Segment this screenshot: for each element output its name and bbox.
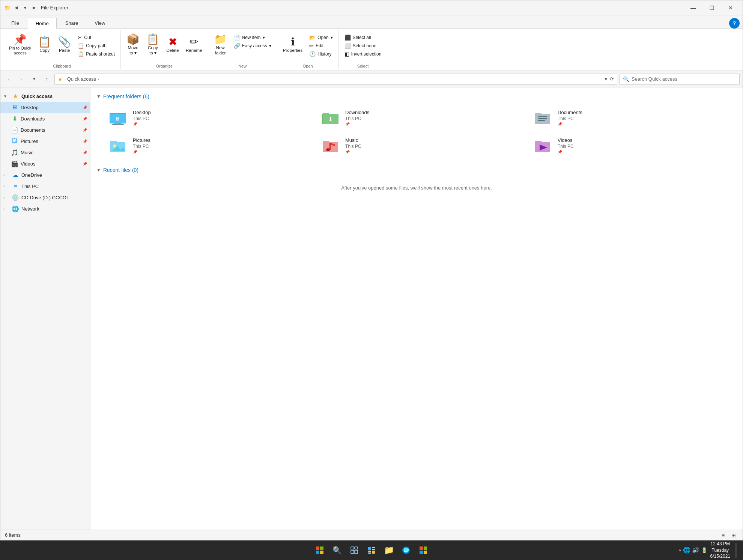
file-explorer-taskbar-button[interactable]: 📁 [382, 543, 396, 557]
address-chevron-1: › [64, 77, 66, 81]
select-all-button[interactable]: ⬛ Select all [342, 33, 384, 42]
tab-file[interactable]: File [3, 17, 27, 29]
tab-view[interactable]: View [87, 17, 113, 29]
sidebar-item-onedrive[interactable]: › ☁ OneDrive [0, 169, 90, 181]
refresh-button[interactable]: ⟳ [610, 76, 614, 82]
cd-expand-icon: › [3, 196, 9, 200]
large-icons-view-button[interactable]: ⊞ [729, 531, 738, 540]
task-view-button[interactable] [347, 543, 361, 557]
tray-battery-icon[interactable]: 🔋 [701, 547, 707, 553]
folder-item-downloads[interactable]: ⬇ Downloads This PC 📌 [315, 105, 524, 130]
recent-files-header[interactable]: ▼ Recent files (0) [90, 164, 743, 176]
search-taskbar-button[interactable]: 🔍 [330, 543, 344, 557]
copy-to-button[interactable]: 📋 Copyto ▾ [144, 32, 162, 58]
easy-access-button[interactable]: 🔗 Easy access ▾ [231, 42, 274, 50]
downloads-pin-icon: 📌 [83, 117, 87, 121]
tray-network-icon[interactable]: 🌐 [683, 546, 690, 554]
history-button[interactable]: 🕐 History [307, 50, 335, 58]
properties-button[interactable]: ℹ Properties [280, 32, 305, 58]
tray-chevron[interactable]: ∧ [678, 548, 681, 552]
folder-item-pictures[interactable]: Pictures This PC 📌 [102, 133, 312, 158]
rename-button[interactable]: ✏ Rename [183, 32, 205, 58]
sidebar-item-desktop[interactable]: 🖥 Desktop 📌 [0, 102, 90, 113]
store-taskbar-button[interactable] [417, 543, 430, 557]
tab-share[interactable]: Share [57, 17, 86, 29]
desktop-icon: 🖥 [11, 104, 18, 111]
svg-rect-18 [320, 551, 323, 554]
downloads-folder-pin: 📌 [345, 122, 369, 126]
this-pc-icon: 🖥 [12, 183, 19, 190]
paste-shortcut-button[interactable]: 📋 Paste shortcut [75, 50, 117, 58]
pictures-folder-icon [107, 137, 128, 155]
back-button[interactable]: ‹ [3, 74, 14, 84]
copy-path-button[interactable]: 📋 Copy path [75, 42, 117, 50]
desktop-folder-icon: 🖥 [107, 109, 128, 127]
status-bar: 6 items ≡ ⊞ [0, 530, 743, 540]
folder-item-documents[interactable]: Documents This PC 📌 [527, 105, 737, 130]
tray-speaker-icon[interactable]: 🔊 [692, 546, 699, 554]
sidebar-item-videos[interactable]: 🎬 Videos 📌 [0, 158, 90, 169]
new-item-button[interactable]: 📄 New item ▾ [231, 33, 274, 42]
forward-button[interactable]: › [16, 74, 27, 84]
pin-to-quick-access-button[interactable]: 📌 Pin to Quickaccess [6, 32, 34, 58]
open-button[interactable]: 📂 Open ▾ [307, 33, 335, 42]
tab-home[interactable]: Home [28, 18, 57, 29]
svg-rect-23 [368, 547, 371, 550]
open-icon: 📂 [309, 35, 316, 41]
clock-date2: 6/15/2021 [710, 553, 730, 560]
up-button[interactable]: ↑ [42, 74, 52, 84]
search-input[interactable] [632, 76, 736, 82]
sidebar-item-this-pc[interactable]: › 🖥 This PC [0, 181, 90, 192]
address-dropdown-button[interactable]: ▼ [603, 76, 608, 82]
sidebar-item-quick-access[interactable]: ▼ ★ Quick access [0, 90, 90, 102]
frequent-folders-header[interactable]: ▼ Frequent folders (6) [90, 90, 743, 102]
sidebar-item-cd-drive[interactable]: › 💿 CD Drive (D:) CCCOI [0, 192, 90, 203]
organize-group-content: 📦 Moveto ▾ 📋 Copyto ▾ ✖ Delete ✏ Rename [124, 30, 205, 64]
cut-button[interactable]: ✂ Cut [75, 33, 117, 42]
sidebar-item-music[interactable]: 🎵 Music 📌 [0, 147, 90, 158]
select-group-content: ⬛ Select all ⬜ Select none ◧ Invert sele… [342, 30, 384, 64]
desktop-folder-pin: 📌 [133, 122, 151, 126]
copy-to-label: Copyto ▾ [148, 45, 158, 56]
help-button[interactable]: ? [729, 18, 740, 29]
svg-rect-20 [355, 547, 358, 549]
paste-button[interactable]: 📎 Paste [55, 32, 74, 58]
sidebar-item-pictures[interactable]: 🖼 Pictures 📌 [0, 135, 90, 147]
videos-folder-pin: 📌 [558, 150, 574, 154]
music-icon: 🎵 [11, 149, 18, 156]
move-to-label: Moveto ▾ [128, 45, 138, 56]
folder-item-music[interactable]: Music This PC 📌 [315, 133, 524, 158]
edge-taskbar-button[interactable] [399, 543, 413, 557]
music-label: Music [21, 150, 80, 155]
system-clock[interactable]: 12:43 PM Tuesday 6/15/2021 [710, 541, 730, 560]
sidebar-item-network[interactable]: › 🌐 Network [0, 203, 90, 214]
sidebar-item-documents[interactable]: 📄 Documents 📌 [0, 124, 90, 135]
widgets-button[interactable] [365, 543, 378, 557]
move-to-button[interactable]: 📦 Moveto ▾ [124, 32, 142, 58]
show-desktop-button[interactable] [735, 543, 737, 558]
music-folder-name: Music [345, 137, 361, 143]
folder-item-desktop[interactable]: 🖥 Desktop This PC 📌 [102, 105, 312, 130]
svg-rect-24 [372, 547, 375, 548]
maximize-button[interactable]: ❐ [703, 2, 721, 14]
dropdown-recent-button[interactable]: ▼ [29, 74, 39, 84]
clock-time: 12:43 PM [711, 541, 730, 547]
invert-selection-button[interactable]: ◧ Invert selection [342, 50, 384, 58]
new-folder-button[interactable]: 📁 Newfolder [211, 32, 230, 58]
details-view-button[interactable]: ≡ [719, 531, 728, 540]
folder-item-videos[interactable]: Videos This PC 📌 [527, 133, 737, 158]
close-button[interactable]: ✕ [722, 2, 740, 14]
documents-folder-name: Documents [558, 110, 582, 115]
address-bar[interactable]: ★ › Quick access › ▼ ⟳ [54, 74, 617, 85]
select-none-button[interactable]: ⬜ Select none [342, 42, 384, 50]
sidebar-item-downloads[interactable]: ⬇ Downloads 📌 [0, 113, 90, 124]
minimize-button[interactable]: — [684, 2, 702, 14]
app-icon: 📁 [3, 4, 11, 12]
edit-button[interactable]: ✏ Edit [307, 42, 335, 50]
network-expand-icon: › [3, 207, 9, 211]
music-folder-info: Music This PC 📌 [345, 137, 361, 154]
start-button[interactable] [313, 543, 326, 557]
copy-button[interactable]: 📋 Copy [35, 32, 54, 58]
delete-button[interactable]: ✖ Delete [164, 32, 182, 58]
open-small-btns: 📂 Open ▾ ✏ Edit 🕐 History [307, 32, 335, 58]
